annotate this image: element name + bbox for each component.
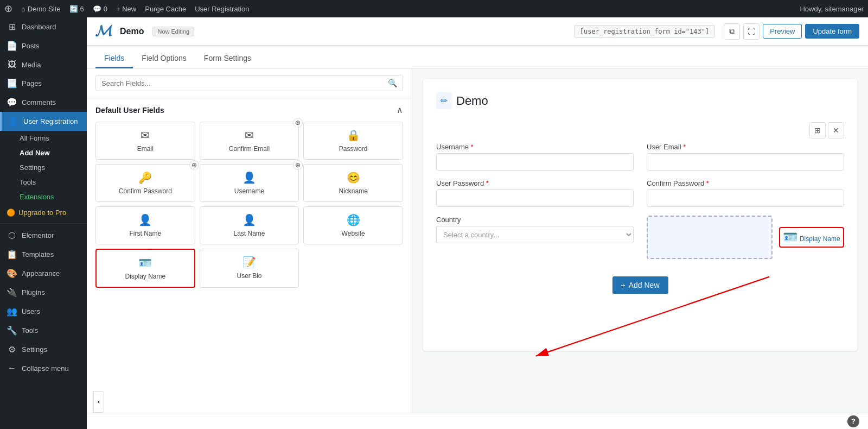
tab-field-options[interactable]: Field Options: [133, 49, 195, 68]
confirm-password-add-btn[interactable]: ⊕: [189, 160, 199, 170]
required-star: *: [486, 179, 489, 187]
sidebar-item-label: Pages: [22, 79, 42, 87]
sidebar-item-plugins[interactable]: 🔌 Plugins: [0, 283, 87, 302]
nickname-field-label: Nickname: [339, 187, 367, 195]
confirm-email-field-icon: ✉: [245, 129, 254, 142]
tab-form-settings[interactable]: Form Settings: [195, 49, 260, 68]
content-area: 𝓜 Demo Now Editing [user_registration_fo…: [87, 17, 868, 429]
sidebar-item-pages[interactable]: 📃 Pages: [0, 74, 87, 93]
sidebar-item-collapse[interactable]: ← Collapse menu: [0, 359, 87, 377]
field-item-password[interactable]: 🔒 Password: [303, 122, 403, 160]
copy-shortcode-button[interactable]: ⧉: [724, 23, 740, 40]
sidebar-item-media[interactable]: 🖼 Media: [0, 55, 87, 74]
search-input[interactable]: [101, 79, 388, 87]
form-preview-area: ✏ Demo ⊞ ✕ Username *: [423, 79, 857, 351]
sidebar: ⊞ Dashboard 📄 Posts 🖼 Media 📃 Pages 💬 Co…: [0, 17, 87, 429]
now-editing-badge: Now Editing: [152, 27, 194, 36]
form-field-country: Country Select a country...: [436, 216, 634, 259]
confirm-email-field-label: Confirm Email: [229, 145, 270, 153]
collapse-section-button[interactable]: ∧: [397, 105, 403, 115]
help-button[interactable]: ?: [847, 415, 859, 427]
panel-toggle-button[interactable]: ‹: [87, 391, 98, 413]
sidebar-item-posts[interactable]: 📄 Posts: [0, 36, 87, 55]
form-edit-icon[interactable]: ✏: [436, 92, 452, 109]
sidebar-item-label: Appearance: [22, 269, 60, 277]
sidebar-item-templates[interactable]: 📋 Templates: [0, 245, 87, 264]
user-email-input[interactable]: [647, 153, 844, 171]
sidebar-item-users[interactable]: 👥 Users: [0, 302, 87, 321]
sidebar-sub-add-new[interactable]: Add New: [20, 146, 87, 160]
section-header: Default User Fields ∧: [95, 105, 403, 115]
templates-icon: 📋: [7, 249, 17, 260]
username-add-btn[interactable]: ⊕: [293, 160, 303, 170]
field-item-email[interactable]: ✉ Email: [95, 122, 195, 160]
sidebar-item-settings[interactable]: ⚙ Settings: [0, 340, 87, 359]
add-new-field-button[interactable]: + Add New: [612, 276, 668, 294]
comments-item[interactable]: 💬 0: [93, 5, 107, 13]
add-icon: +: [621, 281, 626, 289]
field-item-confirm-email[interactable]: ⊕ ✉ Confirm Email: [200, 122, 299, 160]
new-item[interactable]: + New: [116, 5, 136, 13]
sidebar-item-label: Comments: [22, 98, 56, 106]
close-row-button[interactable]: ✕: [828, 122, 844, 138]
tab-fields[interactable]: Fields: [95, 49, 133, 68]
purge-cache-item[interactable]: Purge Cache: [145, 5, 186, 13]
sidebar-item-dashboard[interactable]: ⊞ Dashboard: [0, 17, 87, 36]
confirm-password-field-icon: 🔑: [138, 171, 152, 184]
upgrade-to-pro-button[interactable]: 🟠 Upgrade to Pro: [0, 204, 87, 221]
wp-logo-item[interactable]: ⊕: [4, 3, 12, 15]
required-star: *: [683, 143, 686, 151]
confirm-password-input[interactable]: [647, 190, 844, 207]
preview-button[interactable]: Preview: [763, 24, 802, 39]
column-layout-button[interactable]: ⊞: [809, 122, 826, 138]
field-item-confirm-password[interactable]: ⊕ 🔑 Confirm Password: [95, 164, 195, 202]
sidebar-sub-settings[interactable]: Settings: [20, 160, 87, 175]
country-select[interactable]: Select a country...: [436, 226, 634, 243]
field-item-nickname[interactable]: 😊 Nickname: [303, 164, 403, 202]
field-item-username[interactable]: ⊕ 👤 Username: [200, 164, 299, 202]
expand-button[interactable]: ⛶: [743, 23, 760, 40]
website-field-icon: 🌐: [347, 213, 360, 226]
field-item-first-name[interactable]: 👤 First Name: [95, 206, 195, 244]
first-name-field-icon: 👤: [138, 213, 152, 226]
drop-zone[interactable]: [647, 216, 773, 259]
updates-item[interactable]: 🔄 6: [69, 5, 84, 13]
sidebar-item-label: User Registration: [23, 117, 78, 125]
update-form-button[interactable]: Update form: [805, 24, 859, 39]
sidebar-item-user-registration[interactable]: 👤 User Registration: [0, 112, 87, 131]
sidebar-sub-all-forms[interactable]: All Forms: [20, 131, 87, 146]
username-label: Username *: [436, 143, 634, 151]
user-email-label: User Email *: [647, 143, 844, 151]
username-input[interactable]: [436, 153, 634, 171]
sidebar-sub-tools[interactable]: Tools: [20, 175, 87, 190]
plugin-header: 𝓜 Demo Now Editing [user_registration_fo…: [87, 17, 868, 46]
username-field-label: Username: [234, 187, 264, 195]
plugin-name-item[interactable]: User Registration: [195, 5, 249, 13]
field-item-last-name[interactable]: 👤 Last Name: [200, 206, 299, 244]
confirm-password-label: Confirm Password *: [647, 179, 844, 187]
display-name-dropped-field[interactable]: 🪪 Display Name: [779, 227, 844, 248]
media-icon: 🖼: [7, 60, 17, 70]
sidebar-item-label: Elementor: [22, 231, 54, 239]
user-password-label: User Password *: [436, 179, 634, 187]
sidebar-item-tools[interactable]: 🔧 Tools: [0, 321, 87, 340]
fields-grid: ✉ Email ⊕ ✉ Confirm Email 🔒 Password: [95, 122, 403, 288]
sidebar-item-appearance[interactable]: 🎨 Appearance: [0, 264, 87, 283]
shortcode-display[interactable]: [user_registration_form id="143"]: [574, 25, 715, 38]
field-item-website[interactable]: 🌐 Website: [303, 206, 403, 244]
field-item-user-bio[interactable]: 📝 User Bio: [200, 249, 299, 288]
sidebar-item-comments[interactable]: 💬 Comments: [0, 93, 87, 112]
section-title: Default User Fields: [95, 106, 164, 115]
sidebar-item-elementor[interactable]: ⬡ Elementor: [0, 226, 87, 245]
display-name-field-icon: 🪪: [138, 256, 152, 269]
sidebar-sub-extensions[interactable]: Extensions: [20, 190, 87, 204]
user-password-input[interactable]: [436, 190, 634, 207]
comments-sidebar-icon: 💬: [7, 97, 17, 108]
plugin-tabs: Fields Field Options Form Settings: [87, 46, 868, 68]
field-item-display-name[interactable]: 🪪 Display Name: [95, 249, 195, 288]
confirm-email-add-btn[interactable]: ⊕: [293, 118, 303, 128]
password-field-label: Password: [339, 145, 368, 153]
site-name-item[interactable]: ⌂ Demo Site: [21, 5, 61, 13]
plugins-icon: 🔌: [7, 287, 17, 298]
purge-cache-label: Purge Cache: [145, 5, 186, 13]
